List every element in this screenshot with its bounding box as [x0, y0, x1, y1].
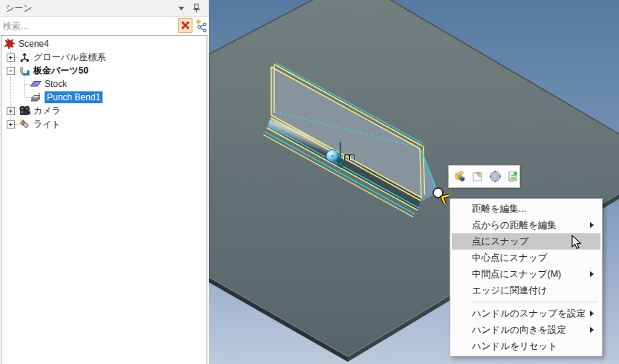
red-x-icon	[179, 19, 192, 32]
coordinate-axes-icon	[19, 51, 30, 63]
search-filter-button[interactable]	[195, 18, 209, 33]
snap-object-icon	[453, 170, 466, 183]
checklist-page-icon	[507, 170, 519, 183]
submenu-arrow-icon	[590, 311, 594, 316]
tree-item-camera[interactable]: カメラ	[2, 104, 207, 117]
menu-item-edit-distance[interactable]: 距離を編集...	[452, 201, 600, 217]
menu-item-label: 中心点にスナップ	[472, 253, 547, 263]
wireframe-sphere-button[interactable]	[488, 170, 502, 183]
floating-mini-toolbar	[448, 165, 520, 188]
tree-item-label: グローバル座標系	[33, 51, 106, 64]
menu-item-label: 点にスナップ	[472, 236, 528, 247]
search-bar: 検索...	[0, 17, 209, 34]
tree-item-label: カメラ	[33, 105, 61, 117]
menu-item-snap-to-midpoint[interactable]: 中間点にスナップ(M)	[452, 266, 600, 282]
expand-plus-toggle[interactable]	[7, 120, 15, 129]
hand-edit-plane-button[interactable]	[470, 170, 484, 183]
tree-item-scene4[interactable]: Scene4	[2, 37, 207, 51]
tree-item-label: Stock	[45, 79, 67, 89]
expand-plus-toggle[interactable]	[7, 53, 15, 62]
tree-item-label: Scene4	[19, 39, 49, 49]
mouse-cursor	[571, 235, 583, 250]
menu-item-label: ハンドルの向きを設定	[472, 325, 566, 335]
tree-item-sheetmetal-part[interactable]: 板金パーツ50	[2, 64, 207, 77]
menu-item-edit-distance-from-point[interactable]: 点からの距離を編集	[452, 217, 600, 233]
menu-item-set-handle-orientation[interactable]: ハンドルの向きを設定	[452, 322, 600, 338]
tree-item-label-selected: Punch Bend1	[45, 91, 103, 103]
tree-item-label: ライト	[33, 118, 61, 131]
clear-search-button[interactable]	[178, 18, 192, 33]
menu-item-snap-to-center[interactable]: 中心点にスナップ	[452, 250, 600, 266]
snap-object-button[interactable]	[453, 170, 466, 183]
expand-plus-toggle[interactable]	[7, 107, 15, 115]
tree-item-global-coords[interactable]: グローバル座標系	[2, 51, 207, 64]
application-window: { "panel": { "title": "シーン" }, "search":…	[0, 0, 619, 364]
pin-icon[interactable]	[192, 3, 201, 13]
tree-item-punch-bend[interactable]: Punch Bend1	[2, 91, 207, 104]
menu-separator	[472, 302, 598, 302]
menu-item-label: 距離を編集...	[472, 204, 526, 214]
wireframe-sphere-icon	[489, 170, 502, 183]
menu-item-associate-edge[interactable]: エッジに関連付け	[452, 282, 600, 299]
panel-header[interactable]: シーン	[0, 0, 209, 17]
light-icon	[19, 118, 30, 130]
scene-icon	[4, 38, 16, 50]
scene-tree: Scene4 グローバル座標系	[1, 35, 207, 364]
camera-icon	[19, 105, 30, 117]
submenu-arrow-icon	[590, 271, 594, 277]
tree-item-light[interactable]: ライト	[2, 117, 207, 131]
punch-bend-icon	[30, 91, 42, 103]
hand-edit-plane-icon	[471, 170, 484, 183]
menu-item-set-handle-snap[interactable]: ハンドルのスナップを設定	[452, 305, 600, 322]
chevron-down-icon[interactable]	[178, 7, 184, 10]
menu-item-reset-handle[interactable]: ハンドルをリセット	[452, 338, 600, 354]
checklist-page-button[interactable]	[506, 170, 519, 183]
sheetmetal-icon	[19, 65, 30, 77]
search-input[interactable]: 検索...	[3, 20, 28, 33]
menu-item-label: ハンドルをリセット	[472, 341, 557, 351]
filter-tree-icon	[195, 18, 209, 33]
submenu-arrow-icon	[590, 222, 594, 228]
menu-item-label: ハンドルのスナップを設定	[472, 308, 586, 319]
stock-icon	[30, 78, 42, 90]
scene-panel: シーン 検索...	[0, 0, 209, 364]
tree-item-stock[interactable]: Stock	[2, 77, 207, 91]
menu-item-label: 点からの距離を編集	[472, 220, 557, 230]
menu-item-label: エッジに関連付け	[472, 285, 547, 296]
context-menu: 距離を編集... 点からの距離を編集 点にスナップ 中心点にスナップ 中間点にス…	[450, 198, 603, 357]
menu-item-label: 中間点にスナップ(M)	[472, 269, 561, 279]
expand-minus-toggle[interactable]	[7, 67, 15, 75]
panel-title: シーン	[5, 2, 33, 15]
submenu-arrow-icon	[590, 327, 594, 333]
tree-item-label: 板金パーツ50	[33, 65, 88, 77]
